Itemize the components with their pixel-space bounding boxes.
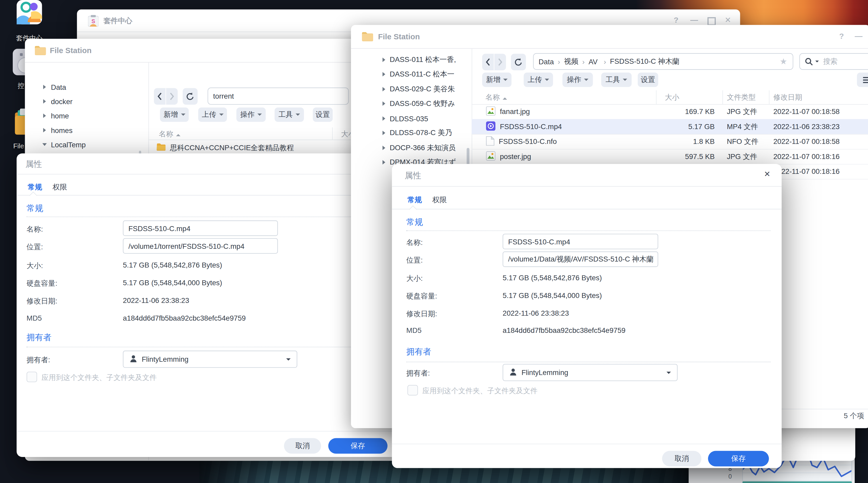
tab-permission[interactable]: 权限: [53, 182, 67, 192]
sort-ascending-icon: [503, 98, 507, 100]
sidebar-item-dass-029-c[interactable]: DASS-029-C 美谷朱: [351, 82, 472, 96]
apply-checkbox[interactable]: [407, 385, 418, 395]
sidebar-item-home[interactable]: home: [25, 109, 148, 123]
column-size[interactable]: 大小: [665, 92, 679, 102]
file-station-front-title: File Station: [378, 32, 420, 41]
list-view-icon[interactable]: [857, 72, 868, 87]
back-icon[interactable]: [482, 54, 494, 70]
chevron-right-icon: [43, 114, 46, 118]
column-divider: [332, 127, 333, 140]
caret-down-icon: [257, 114, 262, 116]
dotted-divider: [27, 216, 396, 217]
settings-button[interactable]: 设置: [313, 108, 333, 122]
sidebar-item-dldss-078-c[interactable]: DLDSS-078-C 美乃: [351, 126, 472, 140]
location-field[interactable]: [123, 238, 278, 254]
tools-button[interactable]: 工具: [601, 72, 632, 87]
sidebar-item-dldss-035[interactable]: DLDSS-035: [351, 111, 472, 126]
user-icon: [510, 368, 517, 377]
table-row[interactable]: poster.jpg 597.5 KB JPG 文件 2022-11-07 00…: [472, 149, 868, 165]
maximize-icon[interactable]: [708, 17, 716, 26]
location-field[interactable]: [503, 251, 658, 267]
minimize-icon[interactable]: —: [855, 31, 863, 40]
tab-general[interactable]: 常规: [407, 195, 422, 205]
chevron-right-icon: [382, 131, 385, 135]
sidebar-item-dass-011-c[interactable]: DASS-011-C 松本一: [351, 67, 472, 82]
save-button[interactable]: 保存: [708, 451, 769, 466]
folder-icon: [157, 143, 165, 152]
sidebar-item-docker[interactable]: docker: [25, 94, 148, 109]
owner-dropdown[interactable]: FlintyLemming: [123, 351, 297, 368]
caret-down-icon: [503, 79, 508, 81]
table-row[interactable]: FSDSS-510-C.nfo 1.8 KB NFO 文件 2022-11-07…: [472, 134, 868, 150]
caret-down-icon: [623, 79, 627, 81]
modified-value: 2022-11-06 23:38:23: [123, 296, 189, 305]
create-button[interactable]: 新增: [160, 108, 189, 122]
caret-down-icon: [181, 114, 185, 116]
column-type[interactable]: 文件类型: [727, 92, 755, 102]
owner-value: FlintyLemming: [142, 355, 189, 363]
sidebar-item-data[interactable]: Data: [25, 80, 148, 94]
table-row[interactable]: fanart.jpg 169.7 KB JPG 文件 2022-11-07 00…: [472, 104, 868, 120]
refresh-icon[interactable]: [183, 88, 197, 104]
location-label: 位置:: [27, 242, 43, 252]
star-icon[interactable]: ★: [780, 57, 787, 66]
cancel-button[interactable]: 取消: [284, 438, 321, 454]
apply-label: 应用到这个文件夹、子文件夹及文件: [422, 386, 537, 396]
cancel-button[interactable]: 取消: [662, 451, 702, 466]
save-button[interactable]: 保存: [328, 438, 388, 454]
chevron-down-icon: [42, 143, 47, 146]
breadcrumb-segment[interactable]: 视频: [564, 57, 579, 66]
column-name[interactable]: 名称: [486, 92, 507, 102]
refresh-icon[interactable]: [511, 54, 526, 70]
caret-down-icon: [545, 79, 549, 81]
action-button[interactable]: 操作: [562, 72, 593, 87]
apply-checkbox[interactable]: [27, 372, 37, 382]
sidebar-item-dass-011[interactable]: DASS-011 松本一香,: [351, 53, 472, 67]
tools-button[interactable]: 工具: [275, 108, 304, 122]
search-box[interactable]: 搜索: [799, 53, 868, 70]
table-row-selected[interactable]: FSDSS-510-C.mp4 5.17 GB MP4 文件 2022-11-0…: [472, 119, 868, 135]
settings-button[interactable]: 设置: [638, 72, 658, 87]
md5-label: MD5: [27, 314, 42, 323]
breadcrumb[interactable]: Data › 视频 › AV › FSDSS-510-C 神木蘭 ★: [533, 53, 793, 70]
desktop-icon-package-center[interactable]: 套件中心: [16, 0, 43, 43]
breadcrumb-segment[interactable]: FSDSS-510-C 神木蘭: [610, 57, 679, 66]
forward-icon[interactable]: [166, 88, 178, 104]
size-label: 大小:: [406, 273, 423, 283]
folder-icon: [34, 45, 46, 58]
chevron-right-icon: [43, 85, 46, 89]
close-icon[interactable]: ✕: [764, 170, 770, 178]
tab-permission[interactable]: 权限: [432, 195, 447, 205]
action-button[interactable]: 操作: [236, 108, 266, 122]
column-modified[interactable]: 修改日期: [773, 92, 802, 102]
forward-icon[interactable]: [494, 54, 506, 70]
help-icon[interactable]: ?: [839, 31, 844, 40]
file-station-back-title: File Station: [50, 46, 92, 55]
tab-general[interactable]: 常规: [28, 182, 42, 192]
owner-dropdown[interactable]: FlintyLemming: [503, 364, 678, 381]
sidebar-item-docp-366[interactable]: DOCP-366 未知演员: [351, 141, 472, 155]
sidebar-item-localtemp[interactable]: LocalTemp: [25, 138, 148, 152]
name-field[interactable]: [503, 234, 658, 249]
help-icon[interactable]: ?: [674, 16, 678, 25]
breadcrumb-segment[interactable]: AV: [589, 57, 598, 66]
chevron-right-icon: [382, 72, 385, 77]
sidebar-item-homes[interactable]: homes: [25, 123, 148, 138]
desktop: 套件中心 控 File s 156 KB/s 8: [0, 0, 868, 483]
close-icon[interactable]: ✕: [725, 16, 731, 25]
md5-value: a184dd6d7fb5baa92cbc38efc54e9759: [123, 314, 246, 323]
upload-button[interactable]: 上传: [198, 108, 227, 122]
upload-button[interactable]: 上传: [524, 72, 553, 87]
path-input[interactable]: [208, 87, 349, 104]
create-button[interactable]: 新增: [482, 72, 512, 87]
sidebar-item-dass-059-c[interactable]: DASS-059-C 牧野み: [351, 96, 472, 111]
minimize-icon[interactable]: —: [690, 16, 698, 25]
breadcrumb-segment[interactable]: Data: [538, 57, 554, 66]
back-icon[interactable]: [154, 88, 165, 104]
column-divider: [769, 90, 769, 104]
front-list-header: 名称 大小 文件类型 修改日期: [472, 90, 868, 104]
disk-label: 硬盘容量:: [27, 279, 57, 289]
file-station-front-titlebar: File Station ? —: [351, 25, 868, 49]
column-name[interactable]: 名称: [159, 129, 181, 139]
name-field[interactable]: [123, 220, 278, 236]
